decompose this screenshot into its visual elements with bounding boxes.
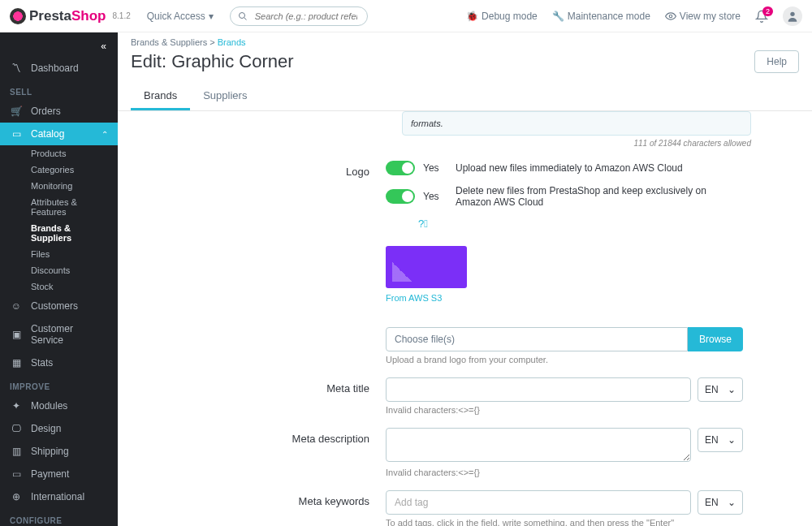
sidebar-section-improve: IMPROVE (0, 374, 118, 394)
formats-hint-box: formats. (402, 111, 751, 136)
meta-desc-invalid: Invalid characters:<>={} (386, 468, 691, 477)
tab-suppliers[interactable]: Suppliers (190, 81, 260, 110)
sidebar-subitem-brands[interactable]: Brands & Suppliers (16, 220, 118, 246)
globe-icon: ⊕ (10, 491, 23, 502)
meta-desc-label: Meta description (158, 428, 386, 445)
sidebar-item-international[interactable]: ⊕ International (0, 485, 118, 508)
help-button[interactable]: Help (754, 50, 799, 73)
chevron-down-icon: ⌄ (728, 434, 736, 446)
notifications-button[interactable]: 2 (755, 10, 768, 23)
sidebar-item-design[interactable]: 🖵 Design (0, 417, 118, 440)
meta-title-invalid: Invalid characters:<>={} (386, 405, 691, 415)
form-area: formats. 111 of 21844 characters allowed… (118, 111, 812, 526)
cart-icon: 🛒 (10, 106, 23, 117)
sidebar-item-orders[interactable]: 🛒 Orders (0, 100, 118, 123)
sidebar-item-customer-service[interactable]: ▣ Customer Service (0, 317, 118, 351)
lang-select-meta-keywords[interactable]: EN⌄ (698, 490, 743, 515)
breadcrumb-sep: > (209, 37, 214, 47)
search-input[interactable] (230, 6, 368, 26)
search-wrap (230, 6, 368, 26)
sidebar-subitem-categories[interactable]: Categories (16, 162, 118, 178)
breadcrumb-root: Brands & Suppliers (131, 37, 207, 47)
chevron-down-icon: ⌄ (728, 497, 736, 508)
meta-desc-input[interactable] (386, 428, 691, 462)
person-icon (786, 10, 799, 23)
toggle-upload-aws[interactable] (386, 161, 415, 175)
sidebar-catalog-submenu: Products Categories Monitoring Attribute… (0, 145, 118, 295)
chevron-down-icon: ▾ (209, 11, 214, 22)
meta-keywords-label: Meta keywords (158, 490, 386, 507)
search-icon (238, 11, 248, 21)
logo-icon (10, 8, 26, 24)
sidebar-section-configure: CONFIGURE (0, 508, 118, 526)
chat-icon: ▣ (10, 329, 23, 340)
tabs: Brands Suppliers (118, 81, 812, 111)
sidebar-subitem-products[interactable]: Products (16, 145, 118, 162)
sidebar-item-customers[interactable]: ☺ Customers (0, 295, 118, 317)
truck-icon: ▥ (10, 446, 23, 457)
help-question-icon[interactable]: ?⃝ (418, 218, 743, 230)
person-icon: ☺ (10, 300, 23, 312)
topbar-right: 🐞 Debug mode 🔧 Maintenance mode View my … (466, 6, 802, 26)
svg-line-1 (244, 17, 246, 19)
file-input-display[interactable]: Choose file(s) (386, 327, 688, 351)
maintenance-mode-link[interactable]: 🔧 Maintenance mode (552, 11, 650, 22)
wrench-icon: 🔧 (552, 11, 564, 22)
lang-select-meta-desc[interactable]: EN⌄ (698, 428, 743, 452)
chevron-double-left-icon: « (101, 41, 106, 52)
logo-label: Logo (158, 161, 386, 178)
sidebar-item-stats[interactable]: ▦ Stats (0, 351, 118, 374)
sidebar-subitem-attributes[interactable]: Attributes & Features (16, 194, 118, 220)
monitor-icon: 🖵 (10, 423, 23, 434)
logo[interactable]: PrestaShop 8.1.2 (10, 8, 131, 24)
view-store-link[interactable]: View my store (665, 11, 741, 22)
lang-select-meta-title[interactable]: EN⌄ (698, 377, 743, 402)
svg-point-2 (669, 15, 672, 18)
toggle-delete-keep-aws[interactable] (386, 189, 415, 204)
bar-chart-icon: ▦ (10, 357, 23, 369)
toggle-desc-2: Delete new files from PrestaShop and kee… (456, 185, 743, 208)
meta-keywords-input[interactable] (386, 490, 691, 515)
sidebar-item-modules[interactable]: ✦ Modules (0, 394, 118, 417)
card-icon: ▭ (10, 468, 23, 480)
sidebar-subitem-stock[interactable]: Stock (16, 278, 118, 295)
toggle-desc-1: Upload new files immediately to Amazon A… (456, 162, 743, 174)
char-count: 111 of 21844 characters allowed (402, 136, 751, 148)
svg-point-0 (239, 12, 244, 18)
sidebar-subitem-files[interactable]: Files (16, 246, 118, 262)
browse-button[interactable]: Browse (688, 327, 743, 351)
upload-hint: Upload a brand logo from your computer. (386, 355, 743, 364)
meta-title-label: Meta title (158, 377, 386, 394)
tags-hint: To add tags, click in the field, write s… (386, 518, 691, 526)
version: 8.1.2 (112, 11, 130, 20)
sidebar-item-shipping[interactable]: ▥ Shipping (0, 440, 118, 463)
sidebar-item-dashboard[interactable]: 〽 Dashboard (0, 57, 118, 80)
chevron-down-icon: ⌄ (728, 384, 736, 395)
toggle-label-yes-2: Yes (423, 191, 447, 202)
sidebar-item-catalog[interactable]: ▭ Catalog ⌃ (0, 123, 118, 145)
page-title: Edit: Graphic Corner (131, 51, 294, 72)
bug-icon: 🐞 (466, 11, 478, 22)
toggle-label-yes-1: Yes (423, 162, 447, 174)
breadcrumb: Brands & Suppliers > Brands (118, 32, 812, 47)
sidebar-collapse-button[interactable]: « (0, 32, 118, 57)
debug-mode-link[interactable]: 🐞 Debug mode (466, 11, 538, 22)
from-s3-label: From AWS S3 (386, 293, 743, 303)
topbar: PrestaShop 8.1.2 Quick Access ▾ 🐞 Debug … (0, 0, 812, 32)
notification-badge: 2 (762, 6, 773, 16)
eye-icon (665, 11, 676, 22)
main-content: Brands & Suppliers > Brands Edit: Graphi… (118, 0, 812, 526)
sidebar-subitem-monitoring[interactable]: Monitoring (16, 178, 118, 194)
page-header: Edit: Graphic Corner Help (118, 47, 812, 81)
quick-access-dropdown[interactable]: Quick Access ▾ (147, 11, 214, 22)
logo-preview-image (386, 246, 467, 288)
breadcrumb-leaf[interactable]: Brands (218, 37, 246, 47)
trending-icon: 〽 (10, 63, 23, 74)
sidebar-item-payment[interactable]: ▭ Payment (0, 463, 118, 485)
sidebar: « 〽 Dashboard SELL 🛒 Orders ▭ Catalog ⌃ … (0, 0, 118, 526)
tab-brands[interactable]: Brands (131, 81, 190, 110)
profile-button[interactable] (783, 6, 802, 26)
sidebar-subitem-discounts[interactable]: Discounts (16, 262, 118, 278)
meta-title-input[interactable] (386, 377, 691, 402)
store-icon: ▭ (10, 128, 23, 140)
